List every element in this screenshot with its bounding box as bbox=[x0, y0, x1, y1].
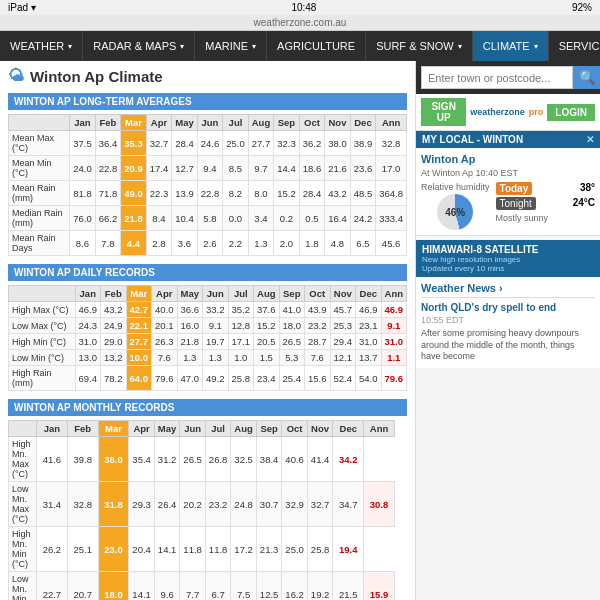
data-cell: 5.8 bbox=[197, 206, 223, 231]
data-cell: 29.0 bbox=[101, 334, 127, 350]
col-header-dec: Dec bbox=[356, 286, 382, 302]
data-cell: 1.3 bbox=[203, 350, 229, 366]
data-cell: 17.4 bbox=[146, 156, 172, 181]
data-cell: 24.6 bbox=[197, 131, 223, 156]
col-header-sep: Sep bbox=[274, 115, 300, 131]
data-cell: 14.1 bbox=[154, 527, 180, 572]
data-cell: 49.0 bbox=[121, 181, 147, 206]
nav-services[interactable]: SERVICES ▾ bbox=[549, 31, 600, 61]
weather-news-title[interactable]: Weather News › bbox=[421, 282, 595, 298]
page-title: Winton Ap Climate bbox=[30, 68, 163, 85]
col-header-empty bbox=[9, 115, 70, 131]
data-cell: 26.5 bbox=[279, 334, 305, 350]
nav-surf-snow[interactable]: SURF & SNOW ▾ bbox=[366, 31, 473, 61]
humidity-label: Relative humidity bbox=[421, 182, 490, 192]
close-icon[interactable]: ✕ bbox=[586, 134, 594, 145]
nav-climate[interactable]: CLIMATE ▾ bbox=[473, 31, 549, 61]
data-cell: 333.4 bbox=[376, 206, 407, 231]
data-cell: 32.8 bbox=[376, 131, 407, 156]
col-header-jan: Jan bbox=[75, 286, 101, 302]
sidebar-search-area: 🔍 🗺 bbox=[416, 61, 600, 94]
nav-marine[interactable]: MARINE ▾ bbox=[195, 31, 267, 61]
main-layout: 🌤 Winton Ap Climate WINTON AP LONG-TERM … bbox=[0, 61, 600, 600]
chevron-down-icon: ▾ bbox=[534, 42, 538, 51]
data-cell: 0.0 bbox=[223, 206, 249, 231]
col-header-empty bbox=[9, 421, 37, 437]
col-header-mar: Mar bbox=[98, 421, 129, 437]
data-cell: 29.3 bbox=[129, 482, 155, 527]
news-item-time: 10:55 EDT bbox=[421, 315, 595, 325]
data-cell: 16.4 bbox=[325, 206, 351, 231]
data-cell: 14.4 bbox=[274, 156, 300, 181]
data-cell: 31.2 bbox=[154, 437, 180, 482]
col-header-ann: Ann bbox=[381, 286, 407, 302]
data-cell: 27.7 bbox=[248, 131, 274, 156]
data-cell: 17.1 bbox=[228, 334, 254, 350]
data-cell: 21.5 bbox=[333, 572, 364, 601]
daily-records-table: Jan Feb Mar Apr May Jun Jul Aug Sep Oct … bbox=[8, 285, 407, 391]
today-label: Today bbox=[496, 182, 533, 195]
data-cell: 28.4 bbox=[299, 181, 325, 206]
data-cell: 12.8 bbox=[228, 318, 254, 334]
location-search-input[interactable] bbox=[421, 66, 573, 89]
data-cell: 7.8 bbox=[95, 231, 121, 256]
data-cell: 27.7 bbox=[126, 334, 152, 350]
signup-button[interactable]: SIGN UP bbox=[421, 98, 466, 126]
data-cell: 24.2 bbox=[350, 206, 376, 231]
data-cell: 23.2 bbox=[305, 318, 331, 334]
climate-icon: 🌤 bbox=[8, 67, 24, 85]
data-cell: 45.7 bbox=[330, 302, 356, 318]
col-header-apr: Apr bbox=[146, 115, 172, 131]
data-cell: 30.7 bbox=[256, 482, 282, 527]
my-local-header: MY LOCAL - WINTON ✕ bbox=[416, 131, 600, 148]
data-cell: 25.0 bbox=[223, 131, 249, 156]
data-cell: 20.2 bbox=[180, 482, 206, 527]
local-weather-panel: Winton Ap At Winton Ap 10:40 EST Relativ… bbox=[416, 148, 600, 236]
search-button[interactable]: 🔍 bbox=[573, 66, 600, 89]
data-cell: 26.2 bbox=[37, 527, 68, 572]
data-cell: 15.6 bbox=[305, 366, 331, 391]
my-local-title: MY LOCAL - WINTON bbox=[422, 134, 523, 145]
news-item-title[interactable]: North QLD's dry spell to end bbox=[421, 302, 595, 313]
data-cell: 17.2 bbox=[231, 527, 257, 572]
humidity-circle: 46% bbox=[437, 194, 473, 230]
col-header-aug: Aug bbox=[248, 115, 274, 131]
data-cell: 19.4 bbox=[333, 527, 364, 572]
weather-news-panel: Weather News › North QLD's dry spell to … bbox=[416, 277, 600, 368]
data-cell: 25.3 bbox=[330, 318, 356, 334]
data-cell: 12.5 bbox=[256, 572, 282, 601]
data-cell: 15.2 bbox=[274, 181, 300, 206]
col-header-jan: Jan bbox=[37, 421, 68, 437]
data-cell: 2.6 bbox=[197, 231, 223, 256]
data-cell: 38.0 bbox=[325, 131, 351, 156]
data-cell: 3.6 bbox=[172, 231, 198, 256]
data-cell: 46.9 bbox=[356, 302, 382, 318]
data-cell: 76.0 bbox=[70, 206, 96, 231]
data-cell: 48.5 bbox=[350, 181, 376, 206]
nav-agriculture[interactable]: AGRICULTURE bbox=[267, 31, 366, 61]
data-cell: 9.1 bbox=[203, 318, 229, 334]
satellite-banner[interactable]: HIMAWARI-8 SATELLITE New high resolution… bbox=[416, 240, 600, 277]
data-cell: 26.5 bbox=[180, 437, 206, 482]
data-cell: 13.9 bbox=[172, 181, 198, 206]
data-cell: 35.2 bbox=[228, 302, 254, 318]
nav-radar-maps[interactable]: RADAR & MAPS ▾ bbox=[83, 31, 195, 61]
data-cell: 43.2 bbox=[325, 181, 351, 206]
section-long-term-averages: WINTON AP LONG-TERM AVERAGES bbox=[8, 93, 407, 110]
data-cell: 54.0 bbox=[356, 366, 382, 391]
login-button[interactable]: LOGIN bbox=[547, 104, 595, 121]
left-content: 🌤 Winton Ap Climate WINTON AP LONG-TERM … bbox=[0, 61, 415, 600]
table-row: Low Mn. Min (°C)22.720.718.014.19.67.76.… bbox=[9, 572, 416, 601]
temp-tonight-row: Tonight 24°C bbox=[496, 197, 595, 210]
data-cell: 19.7 bbox=[203, 334, 229, 350]
data-cell: 19.2 bbox=[307, 572, 333, 601]
col-header-oct: Oct bbox=[305, 286, 331, 302]
data-cell: 22.3 bbox=[146, 181, 172, 206]
url-text: weatherzone.com.au bbox=[254, 17, 347, 28]
col-header-apr: Apr bbox=[129, 421, 155, 437]
col-header-ann: Ann bbox=[364, 421, 395, 437]
row-label-cell: Low Min (°C) bbox=[9, 350, 76, 366]
data-cell: 45.6 bbox=[376, 231, 407, 256]
data-cell: 23.2 bbox=[205, 482, 231, 527]
nav-weather[interactable]: WEATHER ▾ bbox=[0, 31, 83, 61]
